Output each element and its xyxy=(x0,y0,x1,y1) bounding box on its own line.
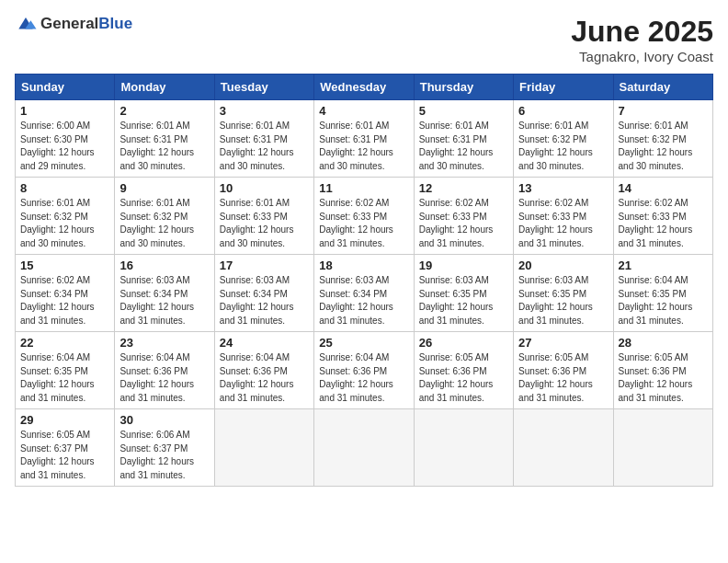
day-number: 12 xyxy=(419,181,508,195)
day-info: Sunrise: 6:00 AMSunset: 6:30 PMDaylight:… xyxy=(20,120,109,173)
calendar-cell: 2Sunrise: 6:01 AMSunset: 6:31 PMDaylight… xyxy=(115,100,214,178)
day-number: 28 xyxy=(619,336,708,350)
weekday-header-row: Sunday Monday Tuesday Wednesday Thursday… xyxy=(16,75,713,100)
calendar-cell: 8Sunrise: 6:01 AMSunset: 6:32 PMDaylight… xyxy=(16,178,115,255)
calendar-cell: 1Sunrise: 6:00 AMSunset: 6:30 PMDaylight… xyxy=(16,100,115,178)
calendar-cell: 19Sunrise: 6:03 AMSunset: 6:35 PMDayligh… xyxy=(414,255,513,332)
col-thursday: Thursday xyxy=(414,75,513,100)
day-info: Sunrise: 6:05 AMSunset: 6:37 PMDaylight:… xyxy=(20,429,109,482)
calendar-cell: 23Sunrise: 6:04 AMSunset: 6:36 PMDayligh… xyxy=(115,332,214,409)
col-friday: Friday xyxy=(514,75,613,100)
day-info: Sunrise: 6:02 AMSunset: 6:33 PMDaylight:… xyxy=(518,197,608,250)
day-number: 21 xyxy=(619,259,708,272)
day-info: Sunrise: 6:01 AMSunset: 6:31 PMDaylight:… xyxy=(119,120,209,173)
logo-icon xyxy=(15,15,37,33)
day-info: Sunrise: 6:05 AMSunset: 6:36 PMDaylight:… xyxy=(619,351,708,405)
title-area: June 2025 Tagnakro, Ivory Coast xyxy=(571,15,713,64)
col-wednesday: Wednesday xyxy=(314,75,414,100)
day-number: 9 xyxy=(119,181,209,195)
day-info: Sunrise: 6:04 AMSunset: 6:35 PMDaylight:… xyxy=(20,351,109,405)
day-number: 19 xyxy=(419,259,508,272)
col-tuesday: Tuesday xyxy=(214,75,313,100)
day-info: Sunrise: 6:05 AMSunset: 6:36 PMDaylight:… xyxy=(518,351,608,405)
calendar-cell: 28Sunrise: 6:05 AMSunset: 6:36 PMDayligh… xyxy=(613,332,712,409)
day-number: 7 xyxy=(619,104,708,118)
day-info: Sunrise: 6:02 AMSunset: 6:33 PMDaylight:… xyxy=(419,197,508,250)
day-info: Sunrise: 6:01 AMSunset: 6:31 PMDaylight:… xyxy=(220,120,309,173)
calendar-row-2: 8Sunrise: 6:01 AMSunset: 6:32 PMDaylight… xyxy=(16,178,713,255)
calendar-cell: 6Sunrise: 6:01 AMSunset: 6:32 PMDaylight… xyxy=(514,100,613,178)
day-number: 15 xyxy=(20,259,109,272)
calendar-cell: 17Sunrise: 6:03 AMSunset: 6:34 PMDayligh… xyxy=(214,255,313,332)
day-number: 2 xyxy=(119,104,209,118)
logo-blue: Blue xyxy=(98,15,132,32)
calendar-cell: 7Sunrise: 6:01 AMSunset: 6:32 PMDaylight… xyxy=(613,100,712,178)
day-info: Sunrise: 6:02 AMSunset: 6:33 PMDaylight:… xyxy=(319,197,408,250)
logo-general: General xyxy=(40,15,98,32)
page-header: GeneralBlue June 2025 Tagnakro, Ivory Co… xyxy=(15,15,713,64)
day-number: 30 xyxy=(119,413,209,427)
calendar-cell: 24Sunrise: 6:04 AMSunset: 6:36 PMDayligh… xyxy=(214,332,313,409)
day-info: Sunrise: 6:04 AMSunset: 6:35 PMDaylight:… xyxy=(619,274,708,327)
calendar-cell: 14Sunrise: 6:02 AMSunset: 6:33 PMDayligh… xyxy=(613,178,712,255)
location-title: Tagnakro, Ivory Coast xyxy=(571,49,713,64)
day-info: Sunrise: 6:04 AMSunset: 6:36 PMDaylight:… xyxy=(119,351,209,405)
logo: GeneralBlue xyxy=(15,15,132,33)
day-info: Sunrise: 6:06 AMSunset: 6:37 PMDaylight:… xyxy=(119,429,209,482)
day-number: 4 xyxy=(319,104,408,118)
calendar-cell: 30Sunrise: 6:06 AMSunset: 6:37 PMDayligh… xyxy=(115,409,214,487)
calendar-cell: 12Sunrise: 6:02 AMSunset: 6:33 PMDayligh… xyxy=(414,178,513,255)
col-monday: Monday xyxy=(115,75,214,100)
day-info: Sunrise: 6:03 AMSunset: 6:34 PMDaylight:… xyxy=(220,274,309,327)
day-number: 23 xyxy=(119,336,209,350)
calendar-cell: 18Sunrise: 6:03 AMSunset: 6:34 PMDayligh… xyxy=(314,255,414,332)
calendar-cell: 11Sunrise: 6:02 AMSunset: 6:33 PMDayligh… xyxy=(314,178,414,255)
day-info: Sunrise: 6:02 AMSunset: 6:33 PMDaylight:… xyxy=(619,197,708,250)
day-number: 6 xyxy=(518,104,608,118)
calendar-cell: 29Sunrise: 6:05 AMSunset: 6:37 PMDayligh… xyxy=(16,409,115,487)
col-saturday: Saturday xyxy=(613,75,712,100)
day-number: 16 xyxy=(119,259,209,272)
day-number: 20 xyxy=(518,259,608,272)
day-number: 27 xyxy=(518,336,608,350)
calendar-cell: 22Sunrise: 6:04 AMSunset: 6:35 PMDayligh… xyxy=(16,332,115,409)
day-info: Sunrise: 6:01 AMSunset: 6:32 PMDaylight:… xyxy=(119,197,209,250)
day-info: Sunrise: 6:04 AMSunset: 6:36 PMDaylight:… xyxy=(319,351,408,405)
calendar-cell: 27Sunrise: 6:05 AMSunset: 6:36 PMDayligh… xyxy=(514,332,613,409)
day-info: Sunrise: 6:01 AMSunset: 6:32 PMDaylight:… xyxy=(20,197,109,250)
day-number: 17 xyxy=(220,259,309,272)
day-number: 13 xyxy=(518,181,608,195)
day-number: 22 xyxy=(20,336,109,350)
calendar-row-4: 22Sunrise: 6:04 AMSunset: 6:35 PMDayligh… xyxy=(16,332,713,409)
day-number: 18 xyxy=(319,259,408,272)
day-number: 11 xyxy=(319,181,408,195)
calendar-cell: 21Sunrise: 6:04 AMSunset: 6:35 PMDayligh… xyxy=(613,255,712,332)
day-info: Sunrise: 6:03 AMSunset: 6:35 PMDaylight:… xyxy=(518,274,608,327)
calendar-cell: 15Sunrise: 6:02 AMSunset: 6:34 PMDayligh… xyxy=(16,255,115,332)
calendar-cell: 26Sunrise: 6:05 AMSunset: 6:36 PMDayligh… xyxy=(414,332,513,409)
calendar-cell: 16Sunrise: 6:03 AMSunset: 6:34 PMDayligh… xyxy=(115,255,214,332)
day-number: 8 xyxy=(20,181,109,195)
calendar-row-1: 1Sunrise: 6:00 AMSunset: 6:30 PMDaylight… xyxy=(16,100,713,178)
day-number: 14 xyxy=(619,181,708,195)
calendar-cell: 10Sunrise: 6:01 AMSunset: 6:33 PMDayligh… xyxy=(214,178,313,255)
calendar-cell: 25Sunrise: 6:04 AMSunset: 6:36 PMDayligh… xyxy=(314,332,414,409)
calendar-cell: 9Sunrise: 6:01 AMSunset: 6:32 PMDaylight… xyxy=(115,178,214,255)
calendar-cell xyxy=(314,409,414,487)
day-info: Sunrise: 6:02 AMSunset: 6:34 PMDaylight:… xyxy=(20,274,109,327)
day-number: 10 xyxy=(220,181,309,195)
day-info: Sunrise: 6:03 AMSunset: 6:34 PMDaylight:… xyxy=(119,274,209,327)
day-info: Sunrise: 6:01 AMSunset: 6:31 PMDaylight:… xyxy=(319,120,408,173)
calendar-row-3: 15Sunrise: 6:02 AMSunset: 6:34 PMDayligh… xyxy=(16,255,713,332)
day-info: Sunrise: 6:01 AMSunset: 6:32 PMDaylight:… xyxy=(518,120,608,173)
calendar-table: Sunday Monday Tuesday Wednesday Thursday… xyxy=(15,74,713,487)
day-info: Sunrise: 6:01 AMSunset: 6:32 PMDaylight:… xyxy=(619,120,708,173)
col-sunday: Sunday xyxy=(16,75,115,100)
calendar-cell xyxy=(613,409,712,487)
day-number: 24 xyxy=(220,336,309,350)
day-info: Sunrise: 6:04 AMSunset: 6:36 PMDaylight:… xyxy=(220,351,309,405)
day-number: 5 xyxy=(419,104,508,118)
day-number: 29 xyxy=(20,413,109,427)
calendar-cell: 3Sunrise: 6:01 AMSunset: 6:31 PMDaylight… xyxy=(214,100,313,178)
day-info: Sunrise: 6:01 AMSunset: 6:31 PMDaylight:… xyxy=(419,120,508,173)
